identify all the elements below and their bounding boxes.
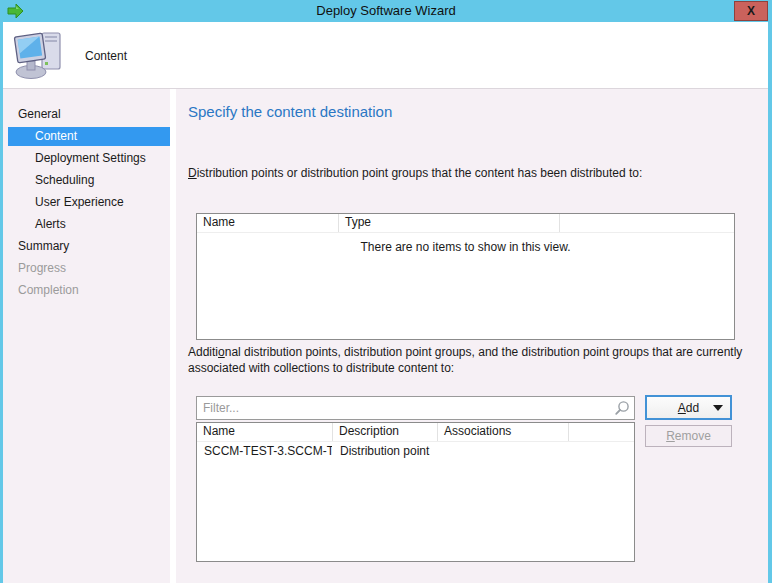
column-header-name[interactable]: Name xyxy=(197,214,339,232)
sidebar-item-summary[interactable]: Summary xyxy=(3,235,170,257)
deploy-software-wizard-window: Deploy Software Wizard X xyxy=(0,0,772,583)
sidebar-item-scheduling[interactable]: Scheduling xyxy=(3,169,170,191)
column-header-type[interactable]: Type xyxy=(339,214,560,232)
page-title: Specify the content destination xyxy=(188,103,392,120)
distributed-points-list[interactable]: Name Type There are no items to show in … xyxy=(196,213,735,340)
add-button-label: Add xyxy=(678,401,699,415)
table-row[interactable]: SCCM-TEST-3.SCCM-T... Distribution point xyxy=(197,442,634,460)
additional-points-list-header: Name Description Associations xyxy=(197,423,634,442)
column-header-description[interactable]: Description xyxy=(333,423,438,441)
computer-icon xyxy=(13,28,67,86)
content-pane: Specify the content destination Distribu… xyxy=(176,89,768,583)
additional-points-label: Additional distribution points, distribu… xyxy=(188,345,764,376)
wizard-frame: Content General Content Deployment Setti… xyxy=(3,22,768,583)
sidebar-item-content[interactable]: Content xyxy=(8,127,170,146)
filter-input[interactable] xyxy=(196,396,635,420)
column-header-associations[interactable]: Associations xyxy=(438,423,569,441)
remove-button: Remove xyxy=(645,425,732,447)
column-header-name[interactable]: Name xyxy=(197,423,333,441)
search-icon xyxy=(614,400,630,419)
row-associations-cell[interactable] xyxy=(438,442,569,460)
sidebar-item-progress: Progress xyxy=(3,257,170,279)
close-button[interactable]: X xyxy=(734,1,768,21)
header-step-label: Content xyxy=(85,49,127,63)
distributed-points-label: Distribution points or distribution poin… xyxy=(188,166,642,180)
distributed-points-list-header: Name Type xyxy=(197,214,734,233)
remove-button-label: Remove xyxy=(666,429,711,443)
sidebar-item-alerts[interactable]: Alerts xyxy=(3,213,170,235)
window-title: Deploy Software Wizard xyxy=(0,0,772,22)
title-bar: Deploy Software Wizard X xyxy=(0,0,772,22)
empty-list-message: There are no items to show in this view. xyxy=(197,240,734,254)
wizard-header: Content xyxy=(3,22,768,89)
row-name-cell[interactable]: SCCM-TEST-3.SCCM-T... xyxy=(197,442,333,460)
sidebar-item-general[interactable]: General xyxy=(3,103,170,125)
sidebar-item-deployment-settings[interactable]: Deployment Settings xyxy=(3,147,170,169)
add-button[interactable]: Add xyxy=(645,395,732,420)
filter-box xyxy=(196,396,635,420)
wizard-sidebar: General Content Deployment Settings Sche… xyxy=(3,89,176,583)
sidebar-item-completion: Completion xyxy=(3,279,170,301)
additional-points-list[interactable]: Name Description Associations SCCM-TEST-… xyxy=(196,422,635,562)
chevron-down-icon[interactable] xyxy=(713,405,723,411)
sidebar-item-user-experience[interactable]: User Experience xyxy=(3,191,170,213)
row-description-cell[interactable]: Distribution point xyxy=(333,442,438,460)
wizard-nav: General Content Deployment Settings Sche… xyxy=(3,103,170,301)
